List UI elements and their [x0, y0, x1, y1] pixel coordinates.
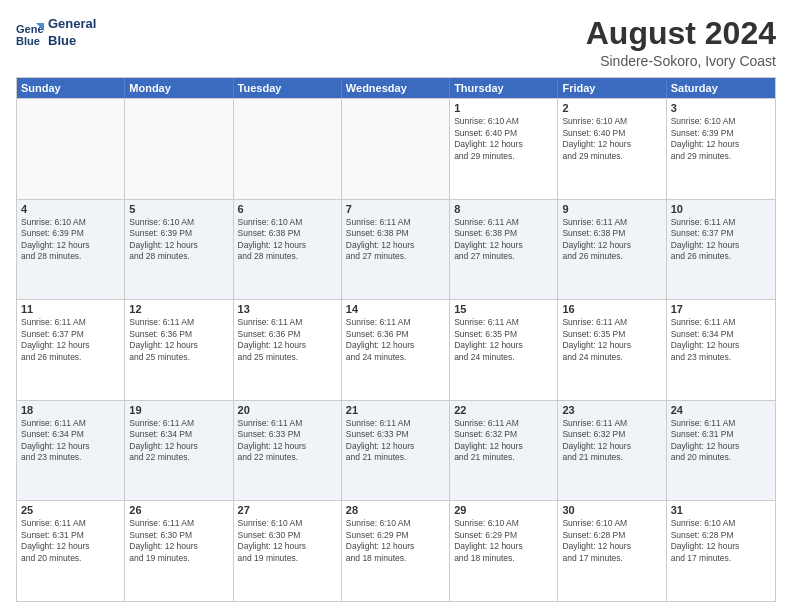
header-cell-wednesday: Wednesday	[342, 78, 450, 98]
day-info: Sunrise: 6:10 AM Sunset: 6:39 PM Dayligh…	[129, 217, 228, 263]
day-number: 17	[671, 303, 771, 315]
calendar-cell: 3Sunrise: 6:10 AM Sunset: 6:39 PM Daylig…	[667, 99, 775, 199]
day-number: 2	[562, 102, 661, 114]
calendar-row-3: 18Sunrise: 6:11 AM Sunset: 6:34 PM Dayli…	[17, 400, 775, 501]
day-info: Sunrise: 6:11 AM Sunset: 6:36 PM Dayligh…	[238, 317, 337, 363]
header-cell-tuesday: Tuesday	[234, 78, 342, 98]
day-info: Sunrise: 6:10 AM Sunset: 6:28 PM Dayligh…	[671, 518, 771, 564]
day-number: 3	[671, 102, 771, 114]
day-info: Sunrise: 6:11 AM Sunset: 6:36 PM Dayligh…	[129, 317, 228, 363]
day-info: Sunrise: 6:11 AM Sunset: 6:32 PM Dayligh…	[562, 418, 661, 464]
header-cell-thursday: Thursday	[450, 78, 558, 98]
day-number: 18	[21, 404, 120, 416]
day-info: Sunrise: 6:11 AM Sunset: 6:32 PM Dayligh…	[454, 418, 553, 464]
day-number: 19	[129, 404, 228, 416]
calendar-cell: 29Sunrise: 6:10 AM Sunset: 6:29 PM Dayli…	[450, 501, 558, 601]
day-info: Sunrise: 6:10 AM Sunset: 6:38 PM Dayligh…	[238, 217, 337, 263]
day-info: Sunrise: 6:11 AM Sunset: 6:37 PM Dayligh…	[671, 217, 771, 263]
calendar-cell: 27Sunrise: 6:10 AM Sunset: 6:30 PM Dayli…	[234, 501, 342, 601]
day-number: 5	[129, 203, 228, 215]
day-info: Sunrise: 6:11 AM Sunset: 6:34 PM Dayligh…	[129, 418, 228, 464]
header-cell-saturday: Saturday	[667, 78, 775, 98]
calendar-cell: 4Sunrise: 6:10 AM Sunset: 6:39 PM Daylig…	[17, 200, 125, 300]
calendar-cell: 8Sunrise: 6:11 AM Sunset: 6:38 PM Daylig…	[450, 200, 558, 300]
calendar-cell: 12Sunrise: 6:11 AM Sunset: 6:36 PM Dayli…	[125, 300, 233, 400]
day-info: Sunrise: 6:10 AM Sunset: 6:40 PM Dayligh…	[562, 116, 661, 162]
calendar-cell	[125, 99, 233, 199]
day-number: 16	[562, 303, 661, 315]
day-info: Sunrise: 6:11 AM Sunset: 6:34 PM Dayligh…	[671, 317, 771, 363]
calendar-cell: 5Sunrise: 6:10 AM Sunset: 6:39 PM Daylig…	[125, 200, 233, 300]
day-number: 21	[346, 404, 445, 416]
day-info: Sunrise: 6:10 AM Sunset: 6:40 PM Dayligh…	[454, 116, 553, 162]
calendar-cell: 30Sunrise: 6:10 AM Sunset: 6:28 PM Dayli…	[558, 501, 666, 601]
svg-text:Blue: Blue	[16, 35, 40, 47]
calendar-cell: 15Sunrise: 6:11 AM Sunset: 6:35 PM Dayli…	[450, 300, 558, 400]
day-number: 25	[21, 504, 120, 516]
day-number: 6	[238, 203, 337, 215]
location: Sindere-Sokoro, Ivory Coast	[586, 53, 776, 69]
day-number: 24	[671, 404, 771, 416]
day-number: 15	[454, 303, 553, 315]
calendar-cell: 20Sunrise: 6:11 AM Sunset: 6:33 PM Dayli…	[234, 401, 342, 501]
day-number: 11	[21, 303, 120, 315]
calendar-cell: 9Sunrise: 6:11 AM Sunset: 6:38 PM Daylig…	[558, 200, 666, 300]
calendar-cell	[17, 99, 125, 199]
header-cell-sunday: Sunday	[17, 78, 125, 98]
calendar-cell	[342, 99, 450, 199]
day-number: 31	[671, 504, 771, 516]
day-number: 12	[129, 303, 228, 315]
day-number: 23	[562, 404, 661, 416]
day-info: Sunrise: 6:10 AM Sunset: 6:29 PM Dayligh…	[346, 518, 445, 564]
logo-icon: General Blue	[16, 19, 44, 47]
calendar-cell: 14Sunrise: 6:11 AM Sunset: 6:36 PM Dayli…	[342, 300, 450, 400]
calendar-cell: 11Sunrise: 6:11 AM Sunset: 6:37 PM Dayli…	[17, 300, 125, 400]
calendar-cell: 10Sunrise: 6:11 AM Sunset: 6:37 PM Dayli…	[667, 200, 775, 300]
day-number: 1	[454, 102, 553, 114]
day-info: Sunrise: 6:11 AM Sunset: 6:30 PM Dayligh…	[129, 518, 228, 564]
calendar-cell: 23Sunrise: 6:11 AM Sunset: 6:32 PM Dayli…	[558, 401, 666, 501]
day-info: Sunrise: 6:10 AM Sunset: 6:39 PM Dayligh…	[671, 116, 771, 162]
day-number: 13	[238, 303, 337, 315]
day-number: 20	[238, 404, 337, 416]
page: General Blue General Blue August 2024 Si…	[0, 0, 792, 612]
calendar-cell: 17Sunrise: 6:11 AM Sunset: 6:34 PM Dayli…	[667, 300, 775, 400]
day-info: Sunrise: 6:11 AM Sunset: 6:33 PM Dayligh…	[346, 418, 445, 464]
title-block: August 2024 Sindere-Sokoro, Ivory Coast	[586, 16, 776, 69]
day-number: 9	[562, 203, 661, 215]
logo-text: General Blue	[48, 16, 96, 50]
day-info: Sunrise: 6:11 AM Sunset: 6:35 PM Dayligh…	[562, 317, 661, 363]
calendar-cell: 13Sunrise: 6:11 AM Sunset: 6:36 PM Dayli…	[234, 300, 342, 400]
calendar-cell: 21Sunrise: 6:11 AM Sunset: 6:33 PM Dayli…	[342, 401, 450, 501]
calendar-cell: 6Sunrise: 6:10 AM Sunset: 6:38 PM Daylig…	[234, 200, 342, 300]
day-info: Sunrise: 6:11 AM Sunset: 6:34 PM Dayligh…	[21, 418, 120, 464]
day-number: 7	[346, 203, 445, 215]
day-number: 10	[671, 203, 771, 215]
day-info: Sunrise: 6:10 AM Sunset: 6:39 PM Dayligh…	[21, 217, 120, 263]
calendar-row-1: 4Sunrise: 6:10 AM Sunset: 6:39 PM Daylig…	[17, 199, 775, 300]
header: General Blue General Blue August 2024 Si…	[16, 16, 776, 69]
day-number: 29	[454, 504, 553, 516]
calendar-cell: 16Sunrise: 6:11 AM Sunset: 6:35 PM Dayli…	[558, 300, 666, 400]
day-info: Sunrise: 6:11 AM Sunset: 6:33 PM Dayligh…	[238, 418, 337, 464]
day-info: Sunrise: 6:10 AM Sunset: 6:28 PM Dayligh…	[562, 518, 661, 564]
day-info: Sunrise: 6:11 AM Sunset: 6:35 PM Dayligh…	[454, 317, 553, 363]
header-cell-friday: Friday	[558, 78, 666, 98]
calendar-cell: 18Sunrise: 6:11 AM Sunset: 6:34 PM Dayli…	[17, 401, 125, 501]
day-number: 30	[562, 504, 661, 516]
header-cell-monday: Monday	[125, 78, 233, 98]
day-info: Sunrise: 6:11 AM Sunset: 6:38 PM Dayligh…	[562, 217, 661, 263]
calendar-cell: 7Sunrise: 6:11 AM Sunset: 6:38 PM Daylig…	[342, 200, 450, 300]
calendar-header: SundayMondayTuesdayWednesdayThursdayFrid…	[17, 78, 775, 98]
calendar-cell: 24Sunrise: 6:11 AM Sunset: 6:31 PM Dayli…	[667, 401, 775, 501]
day-number: 4	[21, 203, 120, 215]
calendar-cell: 31Sunrise: 6:10 AM Sunset: 6:28 PM Dayli…	[667, 501, 775, 601]
day-number: 27	[238, 504, 337, 516]
day-info: Sunrise: 6:11 AM Sunset: 6:37 PM Dayligh…	[21, 317, 120, 363]
calendar-cell: 19Sunrise: 6:11 AM Sunset: 6:34 PM Dayli…	[125, 401, 233, 501]
month-year: August 2024	[586, 16, 776, 51]
day-info: Sunrise: 6:11 AM Sunset: 6:36 PM Dayligh…	[346, 317, 445, 363]
calendar-row-2: 11Sunrise: 6:11 AM Sunset: 6:37 PM Dayli…	[17, 299, 775, 400]
day-info: Sunrise: 6:11 AM Sunset: 6:31 PM Dayligh…	[21, 518, 120, 564]
calendar-cell: 1Sunrise: 6:10 AM Sunset: 6:40 PM Daylig…	[450, 99, 558, 199]
